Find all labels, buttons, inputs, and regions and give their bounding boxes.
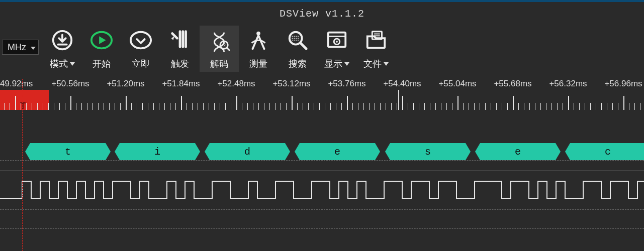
channel1-waveform [0,180,644,200]
file-button[interactable]: 文件 [356,26,396,72]
compass-icon [247,29,270,54]
search-button[interactable]: 搜索 [278,26,317,72]
display-window-gear-icon [325,29,348,54]
time-label: +52.48ms [217,79,255,89]
decode-token[interactable]: d [205,143,290,160]
time-label: +54.40ms [383,79,421,89]
svg-point-13 [336,41,338,43]
chevron-down-icon [70,62,75,66]
app-title: DSView v1.1.2 [0,2,644,24]
channel0-flat-line [0,171,644,171]
display-label: 显示 [324,58,342,70]
time-label: +56.96ms [604,79,642,89]
instant-button[interactable]: 立即 [121,26,160,72]
decode-token[interactable]: e [475,143,561,160]
time-ruler[interactable]: T [0,90,644,110]
time-label: +51.20ms [107,79,144,89]
svg-line-9 [301,43,307,49]
main-toolbar: MHz 模式 开始 立即 触发 ? 解码 测量 [0,24,644,76]
chevron-down-icon [384,62,389,66]
mouse-cursor-line [398,90,399,110]
search-label: 搜索 [289,58,307,70]
time-label: 49.92ms [0,79,33,89]
svg-line-6 [227,48,230,51]
timeline-area[interactable]: 49.92ms+50.56ms+51.20ms+51.84ms+52.48ms+… [0,79,644,244]
time-label: +56.32ms [549,79,587,89]
decode-token[interactable]: t [25,143,111,160]
trigger-icon [168,29,192,54]
row-divider [0,228,644,229]
decode-token[interactable]: i [115,143,200,160]
time-label: +53.12ms [272,79,310,89]
file-folder-icon [364,29,388,54]
start-button[interactable]: 开始 [82,26,121,72]
file-label: 文件 [363,58,382,70]
decode-token[interactable]: c [565,143,644,160]
mode-button[interactable]: 模式 [43,26,82,72]
decode-token[interactable]: e [295,143,380,160]
time-label: +55.68ms [494,79,531,89]
play-circle-icon [90,29,113,54]
time-label: +55.04ms [438,79,476,89]
trigger-label: 触发 [171,58,189,70]
mode-label: 模式 [50,58,68,70]
row-divider [0,209,644,210]
measure-label: 测量 [249,58,267,70]
time-label: +51.84ms [162,79,200,89]
download-circle-icon [51,29,74,54]
time-label: +53.76ms [328,79,365,89]
measure-button[interactable]: 测量 [239,26,278,72]
row-divider [0,160,644,161]
decode-token[interactable]: s [385,143,471,160]
instant-label: 立即 [132,58,150,70]
start-label: 开始 [93,58,111,70]
decode-label: 解码 [210,58,228,70]
svg-point-3 [131,32,151,49]
chevron-down-icon [344,62,349,66]
decode-button[interactable]: ? 解码 [200,26,239,72]
time-label: +50.56ms [51,79,89,89]
frequency-unit-select[interactable]: MHz [2,40,39,55]
decode-dna-icon: ? [208,29,231,54]
trigger-button[interactable]: 触发 [160,26,200,72]
svg-text:?: ? [223,42,226,48]
instant-circle-icon [129,29,152,54]
display-button[interactable]: 显示 [317,26,356,72]
search-icon [286,29,309,54]
trigger-cursor-line[interactable] [22,79,23,251]
time-labels-row: 49.92ms+50.56ms+51.20ms+51.84ms+52.48ms+… [0,79,644,90]
